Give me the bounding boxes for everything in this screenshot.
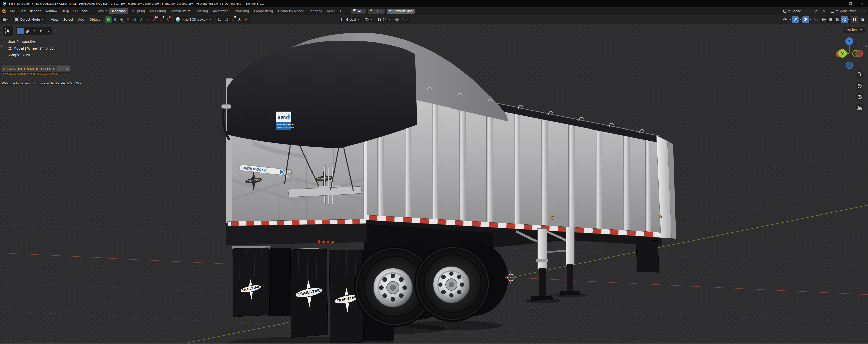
blender-menu-icon[interactable]: [2, 9, 6, 13]
close-button[interactable]: ×: [856, 0, 868, 7]
menu-scs-tools[interactable]: SCS Tools: [71, 9, 90, 13]
scs-uv-minus-icon[interactable]: ⊖uv: [118, 17, 125, 23]
visibility-dropdown-button[interactable]: [781, 17, 788, 23]
pin-scene-icon[interactable]: 📌︎: [815, 9, 817, 13]
scs-close-button[interactable]: ×: [63, 66, 70, 71]
minimize-button[interactable]: –: [833, 0, 845, 7]
chevron-down-icon[interactable]: [848, 19, 850, 20]
zoom-button[interactable]: [856, 70, 863, 78]
menu-file[interactable]: File: [8, 9, 17, 13]
tab-geometry-nodes[interactable]: Geometry Nodes: [276, 8, 306, 14]
select-extend-button[interactable]: [24, 28, 31, 34]
scs-palette-icon[interactable]: ◑: [131, 17, 138, 23]
viewport-canvas[interactable]: TRAILSTAR TRAILSTAR: [0, 24, 868, 344]
pause-render-button[interactable]: [851, 17, 858, 23]
options-button[interactable]: Options: [843, 27, 865, 33]
scs-minimize-button[interactable]: –: [57, 66, 63, 71]
show-gizmo-button[interactable]: [792, 17, 799, 23]
scene-selector[interactable]: Scene 📌︎ ❐ ×: [782, 9, 827, 13]
gizmo-z-neg-ball[interactable]: [846, 62, 852, 68]
show-overlays-button[interactable]: [802, 17, 809, 23]
menu-object[interactable]: Object: [87, 18, 102, 22]
tab-sculpting[interactable]: Sculpting: [128, 8, 147, 14]
toggle-xray-button[interactable]: [813, 17, 819, 23]
ortho-toggle-button[interactable]: [856, 104, 863, 112]
rendered-shading-button[interactable]: [841, 17, 848, 23]
chevron-down-icon: [42, 19, 44, 20]
scs-glass-icon[interactable]: Ψ: [243, 17, 249, 23]
new-view-layer-icon[interactable]: ❐: [859, 9, 861, 13]
scs-axis-m-icon[interactable]: ⅄M: [151, 17, 157, 23]
toolbar-expand-icon[interactable]: ›: [1, 44, 2, 48]
scs-axis-c-icon[interactable]: ⅄C: [164, 17, 170, 23]
remove-view-layer-icon[interactable]: ×: [863, 9, 865, 13]
scs-hierarchy-icon[interactable]: ⅄: [138, 17, 144, 23]
scs-axis-model-icon[interactable]: ⅄M: [230, 17, 236, 23]
chevron-down-icon[interactable]: [810, 19, 812, 20]
magnet-icon[interactable]: [377, 18, 381, 21]
chevron-down-icon[interactable]: [800, 19, 802, 20]
scs-part-cube-icon[interactable]: ❏: [217, 17, 223, 23]
ats-button[interactable]: ATS: [351, 9, 366, 13]
ets2-button[interactable]: ETS2: [368, 9, 384, 13]
viewport-3d[interactable]: TRAILSTAR TRAILSTAR: [0, 24, 868, 344]
sidebar-expand-icon[interactable]: ‹: [866, 44, 867, 48]
menu-render[interactable]: Render: [28, 9, 43, 13]
unlink-scene-icon[interactable]: ×: [823, 9, 825, 13]
scs-variant-cube-icon[interactable]: ❐: [223, 17, 229, 23]
scs-flag-icon[interactable]: ⚑: [125, 17, 131, 23]
scs-axis-icon[interactable]: ⅄: [145, 17, 151, 23]
select-subtract-button[interactable]: [31, 28, 38, 34]
camera-view-button[interactable]: [856, 93, 863, 101]
menu-help[interactable]: Help: [59, 9, 71, 13]
transform-orientation-select[interactable]: Global: [339, 17, 362, 23]
tab-layout[interactable]: Layout: [94, 8, 110, 14]
view-layer-selector[interactable]: View Layer ❐ ×: [829, 9, 866, 13]
snap-target-icon[interactable]: [382, 18, 386, 21]
tab-compositing[interactable]: Compositing: [251, 8, 275, 14]
select-set-button[interactable]: [17, 28, 24, 34]
tab-scripting[interactable]: Scripting: [306, 8, 324, 14]
scs-uv-plus-icon[interactable]: ⊕uv: [112, 17, 118, 23]
tab-animation[interactable]: Animation: [210, 8, 231, 14]
chevron-down-icon[interactable]: [789, 19, 791, 20]
menu-view[interactable]: View: [48, 18, 61, 22]
select-intersect-button[interactable]: [45, 28, 52, 34]
material-preview-button[interactable]: [834, 17, 841, 23]
mudflaps: [232, 246, 364, 344]
menu-window[interactable]: Window: [43, 9, 59, 13]
scs-axis-p-icon[interactable]: ⅄P: [158, 17, 164, 23]
gizmo-x-neg-ball[interactable]: [856, 50, 863, 57]
pan-button[interactable]: [856, 82, 863, 90]
tab-shading[interactable]: Shading: [193, 8, 210, 14]
navigation-gizmo[interactable]: Y Z: [836, 37, 864, 69]
wireframe-shading-button[interactable]: [820, 17, 827, 23]
tab-uv-editing[interactable]: UV Editing: [147, 8, 168, 14]
tab-texture-paint[interactable]: Texture Paint: [168, 8, 193, 14]
tab-modeling[interactable]: Modeling: [110, 8, 128, 14]
trailer-model[interactable]: AERO 800.535.9545 aeroindustries.com: [221, 33, 676, 344]
falloff-curve-icon[interactable]: [401, 18, 405, 21]
scene-widgets: Scene 📌︎ ❐ × View Layer ❐ ×: [779, 9, 866, 13]
maximize-button[interactable]: ❐: [845, 0, 856, 7]
solid-shading-button[interactable]: [827, 17, 834, 23]
editor-type-button[interactable]: ▤: [1, 17, 10, 22]
scs-grid-icon[interactable]: ▦: [105, 17, 112, 23]
pivot-point-select[interactable]: [363, 17, 374, 22]
scs-axis-plain-icon[interactable]: ⅄: [237, 17, 243, 23]
convert-mod-button[interactable]: Convert Mod: [386, 9, 415, 13]
scs-looks-select[interactable]: <no SCS looks>: [174, 17, 214, 23]
add-workspace-button[interactable]: +: [337, 8, 344, 14]
proportional-edit-icon[interactable]: [395, 18, 399, 22]
tab-rendering[interactable]: Rendering: [231, 8, 251, 14]
interaction-mode-select[interactable]: Object Mode: [12, 17, 46, 23]
select-invert-button[interactable]: [38, 28, 45, 34]
tab-mod[interactable]: MOD: [324, 8, 337, 14]
menu-add[interactable]: Add: [75, 18, 87, 22]
menu-select[interactable]: Select: [61, 18, 76, 22]
active-tool-button[interactable]: [3, 26, 13, 36]
new-scene-icon[interactable]: ❐: [819, 9, 822, 13]
menu-edit[interactable]: Edit: [17, 9, 28, 13]
viewport-render-toggle-button[interactable]: [859, 17, 866, 23]
scs-panel-header[interactable]: ✳ SCS BLENDER TOOLS – ×: [1, 65, 70, 72]
